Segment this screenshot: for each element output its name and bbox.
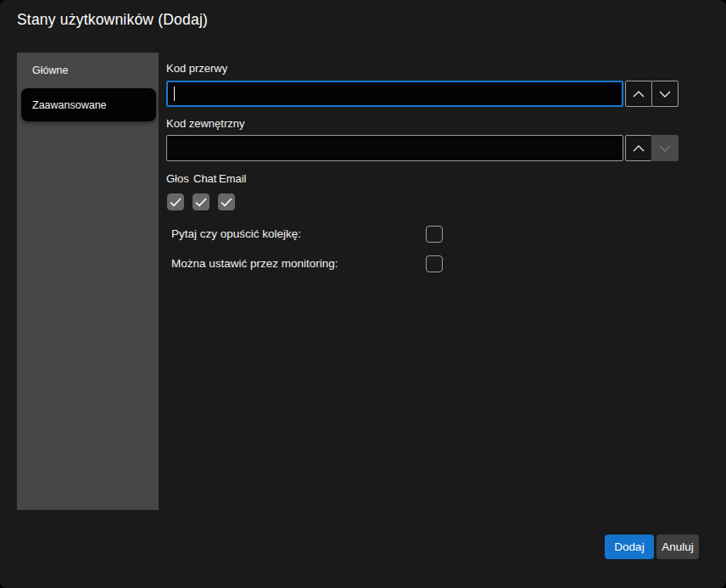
chat-checkbox[interactable] [193, 193, 209, 210]
sidebar-tab-zaawansowane[interactable]: Zaawansowane [21, 88, 156, 121]
add-button[interactable]: Dodaj [605, 535, 654, 559]
ask-leave-queue-checkbox[interactable] [426, 226, 443, 243]
chevron-down-icon [659, 145, 671, 152]
ask-leave-queue-label: Pytaj czy opuścić kolejkę: [171, 227, 301, 240]
monitoring-label: Można ustawić przez monitoring: [171, 257, 338, 270]
checkmark-icon [221, 198, 232, 207]
break-code-label: Kod przerwy [166, 62, 227, 75]
external-code-input[interactable] [166, 135, 623, 161]
dialog-window: Stany użytkowników (Dodaj) Główne Zaawan… [0, 0, 726, 588]
sidebar-tab-glowne[interactable]: Główne [17, 53, 159, 88]
checkmark-icon [195, 198, 207, 207]
channel-label-chat: Chat [193, 172, 216, 185]
chevron-up-icon [633, 145, 645, 152]
external-code-label: Kod zewnętrzny [166, 117, 245, 130]
external-code-spin-up-button[interactable] [625, 135, 652, 161]
external-code-spin-down-button [651, 135, 679, 161]
glos-checkbox[interactable] [167, 193, 184, 210]
monitoring-checkbox[interactable] [426, 255, 443, 272]
break-code-input[interactable] [166, 81, 623, 107]
title-bar: Stany użytkowników (Dodaj) [0, 0, 726, 48]
cancel-button[interactable]: Anuluj [656, 535, 699, 559]
sidebar-tab-label: Główne [32, 64, 68, 76]
chevron-down-icon [659, 91, 671, 98]
email-checkbox[interactable] [218, 193, 235, 210]
dialog-title: Stany użytkowników (Dodaj) [17, 11, 208, 29]
external-code-row [166, 135, 679, 161]
channel-label-email: Email [219, 172, 247, 185]
sidebar-tab-label: Zaawansowane [32, 99, 107, 111]
chevron-up-icon [633, 91, 645, 98]
break-code-row [166, 81, 679, 107]
break-code-input-wrap [166, 81, 623, 107]
sidebar: Główne Zaawansowane [17, 53, 159, 510]
channel-label-glos: Głos [166, 172, 189, 185]
break-code-spin-up-button[interactable] [625, 81, 652, 107]
checkmark-icon [170, 198, 182, 207]
break-code-spin-down-button[interactable] [651, 81, 679, 107]
